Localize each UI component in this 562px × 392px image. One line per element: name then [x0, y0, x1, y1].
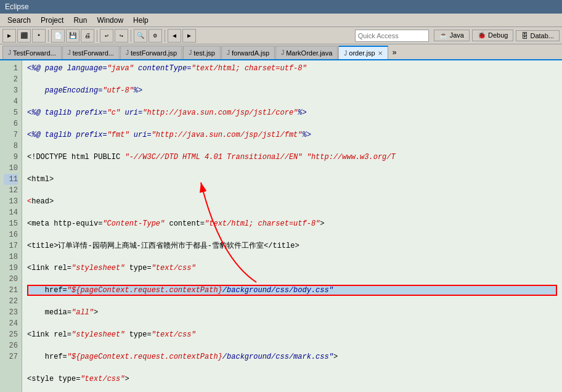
line-num: 23 — [4, 307, 18, 318]
line-num: 10 — [4, 163, 18, 174]
line-num: 18 — [4, 251, 18, 263]
line-num: 26 — [4, 340, 18, 351]
toolbar-btn-2[interactable]: ⬛ — [17, 29, 31, 43]
toolbar-btn-8[interactable]: ↪ — [115, 29, 128, 43]
java-file-icon: J — [8, 49, 11, 56]
code-line-9: <title>订单详情-园萌网上商城-江西省赣州市于都县-雪豹软件工作室</ti… — [27, 240, 557, 251]
java-file-icon-2: J — [68, 49, 71, 56]
tab-forwarda-jsp[interactable]: J forwardA.jsp — [221, 46, 275, 59]
line-num: 4 — [4, 96, 18, 107]
line-num: 27 — [4, 351, 18, 362]
tab-test-jsp[interactable]: J test.jsp — [183, 46, 221, 59]
jsp-file-icon-3: J — [227, 49, 230, 56]
line-num: 6 — [4, 118, 18, 129]
line-numbers: 1 2 3 4 5 6 7 8 9 10 11 12 13 14 15 16 1… — [0, 60, 22, 392]
line-num: 22 — [4, 296, 18, 307]
line-num: 20 — [4, 274, 18, 285]
line-num: 19 — [4, 263, 18, 274]
menu-help[interactable]: Help — [128, 15, 153, 26]
tab-markorder-java[interactable]: J MarkOrder.java — [275, 46, 338, 59]
menu-bar: Search Project Run Window Help — [0, 14, 562, 27]
toolbar: ▶ ⬛ ▪ 📄 💾 🖨 ↩ ↪ 🔍 ⚙ ◀ ▶ ☕ Java 🐞 Debug 🗄… — [0, 27, 562, 44]
menu-run[interactable]: Run — [68, 15, 92, 26]
toolbar-btn-11[interactable]: ◀ — [168, 29, 181, 43]
line-num: 5 — [4, 107, 18, 118]
jsp-file-icon-4: J — [344, 50, 347, 57]
menu-project[interactable]: Project — [36, 15, 68, 26]
code-line-8: <meta http-equiv="Content-Type" content=… — [27, 218, 557, 229]
toolbar-btn-12[interactable]: ▶ — [182, 29, 196, 43]
code-content[interactable]: <%@ page language="java" contentType="te… — [22, 60, 562, 392]
toolbar-btn-6[interactable]: 🖨 — [81, 29, 94, 43]
close-tab-icon[interactable]: ✕ — [378, 50, 383, 57]
toolbar-sep-2 — [97, 30, 97, 42]
toolbar-btn-9[interactable]: 🔍 — [134, 29, 147, 43]
database-perspective-btn[interactable]: 🗄 Datab... — [516, 30, 560, 41]
more-tabs-btn[interactable]: » — [389, 47, 401, 59]
code-line-6: <html> — [27, 174, 557, 185]
toolbar-sep-3 — [131, 30, 131, 42]
line-num: 17 — [4, 240, 18, 251]
line-num: 11 — [4, 174, 18, 185]
debug-perspective-btn[interactable]: 🐞 Debug — [472, 30, 513, 41]
toolbar-sep-4 — [165, 30, 165, 42]
line-num: 9 — [4, 152, 18, 163]
jsp-file-icon-2: J — [189, 49, 192, 56]
line-num: 14 — [4, 207, 18, 218]
editor-wrapper: <%@ page language="java" contentType="te… — [22, 60, 562, 392]
title-label: Eclipse — [5, 2, 29, 11]
title-bar: Eclipse — [0, 0, 562, 14]
code-line-13: <link rel="stylesheet" type="text/css" — [27, 329, 557, 340]
code-line-4: <%@ taglib prefix="fmt" uri="http://java… — [27, 129, 557, 141]
code-line-2: pageEncoding="utf-8"%> — [27, 85, 557, 96]
tab-order-jsp[interactable]: J order.jsp ✕ — [338, 46, 388, 59]
line-num: 12 — [4, 185, 18, 196]
java-file-icon-3: J — [281, 49, 284, 56]
code-line-12: media="all"> — [27, 307, 557, 318]
tab-bar: J TestForward... J testForward... J test… — [0, 44, 562, 60]
toolbar-sep-1 — [48, 30, 49, 42]
line-num: 15 — [4, 218, 18, 229]
tab-testforward-jsp[interactable]: J testForward.jsp — [120, 46, 182, 59]
toolbar-btn-1[interactable]: ▶ — [2, 29, 16, 43]
menu-window[interactable]: Window — [92, 15, 128, 26]
code-line-11: href="${pageContext.request.contextPath}… — [27, 285, 557, 296]
code-line-14: href="${pageContext.request.contextPath}… — [27, 351, 557, 362]
toolbar-right: ☕ Java 🐞 Debug 🗄 Datab... — [434, 30, 560, 41]
line-num: 25 — [4, 329, 18, 340]
line-num: 13 — [4, 196, 18, 207]
code-line-5: <!DOCTYPE html PUBLIC "-//W3C//DTD HTML … — [27, 152, 557, 163]
java-perspective-btn[interactable]: ☕ Java — [434, 30, 470, 41]
code-line-3: <%@ taglib prefix="c" uri="http://java.s… — [27, 107, 557, 118]
quick-access-input[interactable] — [355, 30, 429, 42]
line-num: 1 — [4, 63, 18, 74]
line-num: 24 — [4, 318, 18, 329]
toolbar-btn-7[interactable]: ↩ — [100, 29, 113, 43]
toolbar-btn-10[interactable]: ⚙ — [149, 29, 162, 43]
line-num: 16 — [4, 229, 18, 240]
editor-area: 1 2 3 4 5 6 7 8 9 10 11 12 13 14 15 16 1… — [0, 60, 562, 392]
toolbar-btn-4[interactable]: 📄 — [51, 29, 65, 43]
code-line-1: <%@ page language="java" contentType="te… — [27, 63, 557, 74]
code-line-10: <link rel="stylesheet" type="text/css" — [27, 263, 557, 274]
jsp-file-icon: J — [126, 49, 129, 56]
line-num: 2 — [4, 74, 18, 85]
tab-testforward-2[interactable]: J testForward... — [62, 46, 120, 59]
line-num: 8 — [4, 141, 18, 152]
toolbar-btn-5[interactable]: 💾 — [66, 29, 79, 43]
menu-search[interactable]: Search — [2, 15, 36, 26]
tab-testforward-java[interactable]: J TestForward... — [2, 46, 62, 59]
code-line-15: <style type="text/css"> — [27, 374, 557, 385]
toolbar-btn-3[interactable]: ▪ — [32, 29, 46, 43]
line-num: 7 — [4, 129, 18, 141]
line-num: 21 — [4, 285, 18, 296]
line-num: 3 — [4, 85, 18, 96]
code-line-7: <head> — [27, 196, 557, 207]
